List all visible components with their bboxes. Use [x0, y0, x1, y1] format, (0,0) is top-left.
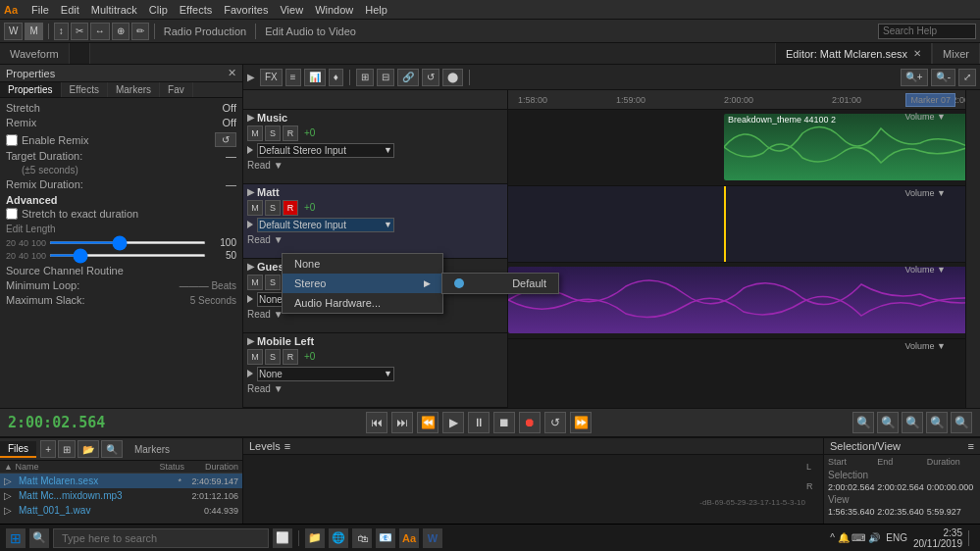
menu-favorites[interactable]: Favorites	[218, 2, 274, 18]
tab-multitrack[interactable]	[70, 43, 90, 64]
menu-help[interactable]: Help	[359, 2, 393, 18]
zoom-btn-4[interactable]: 🔍	[926, 412, 948, 433]
taskbar-audition-icon[interactable]: Aa	[399, 528, 419, 548]
props-tab-markers[interactable]: Markers	[108, 82, 160, 97]
zoom-btn-3[interactable]: 🔍	[902, 412, 923, 433]
music-solo[interactable]: S	[265, 125, 281, 141]
transport-fwd[interactable]: ⏩	[570, 412, 592, 433]
files-tab-files[interactable]: Files	[0, 441, 36, 458]
dd-default[interactable]: Default	[442, 274, 558, 293]
tab-mixer[interactable]: Mixer	[932, 43, 980, 64]
file-row-0[interactable]: ▷ Matt Mclaren.sesx * 2:40:59.147	[0, 474, 242, 488]
files-import-btn[interactable]: ⊞	[58, 440, 76, 458]
sel-menu-icon[interactable]: ≡	[968, 440, 974, 452]
properties-slider[interactable]	[49, 254, 206, 257]
enable-remix-btn[interactable]: ↺	[215, 132, 236, 147]
guest-mute[interactable]: M	[247, 275, 263, 290]
loop-btn[interactable]: ↺	[422, 69, 439, 86]
taskbar-store-icon[interactable]: 🛍	[352, 528, 372, 548]
transport-record[interactable]: ⏺	[519, 412, 541, 433]
start-icon[interactable]: ⊞	[6, 528, 26, 548]
menu-window[interactable]: Window	[309, 2, 359, 18]
guest-solo[interactable]: S	[265, 275, 281, 290]
matt-expand-tri[interactable]	[247, 221, 253, 228]
search-input[interactable]	[878, 24, 976, 39]
edit-length-slider[interactable]	[49, 241, 206, 244]
taskbar-search-input[interactable]	[53, 528, 269, 548]
dd-none[interactable]: None	[283, 254, 442, 274]
music-arm[interactable]: R	[283, 125, 298, 141]
chart-btn[interactable]: 📊	[304, 69, 326, 86]
zoom-out-btn[interactable]: 🔍-	[931, 69, 955, 86]
menu-file[interactable]: File	[26, 2, 55, 18]
music-expand[interactable]: ▶	[247, 112, 255, 123]
transport-pause[interactable]: ⏸	[468, 412, 490, 433]
matt-mute[interactable]: M	[247, 200, 263, 216]
props-tab-properties[interactable]: Properties	[0, 82, 62, 97]
fx-btn[interactable]: FX	[260, 69, 283, 86]
transport-stop[interactable]: ⏹	[493, 412, 515, 433]
waveform-clip-music[interactable]: Breakdown_theme 44100 2	[724, 114, 965, 180]
zoom-in-btn[interactable]: 🔍+	[901, 69, 928, 86]
paste-btn[interactable]: ⊟	[377, 69, 394, 86]
dd-audio-hw[interactable]: Audio Hardware...	[283, 293, 442, 313]
dd-stereo[interactable]: Stereo ▶ Default	[283, 274, 442, 293]
tool-btn-4[interactable]: ⊕	[112, 23, 129, 40]
mobile-solo[interactable]: S	[265, 349, 281, 365]
eq-btn[interactable]: ≡	[285, 69, 301, 86]
guest-expand[interactable]: ▶	[247, 261, 255, 272]
taskview-icon[interactable]: ⬜	[273, 528, 292, 548]
props-tab-fav[interactable]: Fav	[160, 82, 193, 97]
file-row-1[interactable]: ▷ Matt Mc...mixdown.mp3 2:01:12.106	[0, 488, 242, 503]
zoom-btn-5[interactable]: 🔍	[951, 412, 972, 433]
mobile-expand-tri[interactable]	[247, 370, 253, 377]
music-input-select[interactable]: Default Stereo Input ▼	[257, 143, 394, 158]
tool-btn-2[interactable]: ✂	[71, 23, 88, 40]
menu-edit[interactable]: Edit	[55, 2, 85, 18]
menu-view[interactable]: View	[274, 2, 309, 18]
fit-btn[interactable]: ⤢	[958, 69, 976, 86]
mobile-expand[interactable]: ▶	[247, 335, 255, 346]
tool-btn-1[interactable]: ↕	[54, 23, 69, 40]
files-tab-markers[interactable]: Markers	[127, 442, 178, 457]
copy-btn[interactable]: ⊞	[356, 69, 374, 86]
matt-solo[interactable]: S	[265, 200, 281, 216]
tab-properties[interactable]: Waveform	[0, 43, 70, 64]
music-mute[interactable]: M	[247, 125, 263, 141]
multitrack-btn[interactable]: M	[25, 23, 42, 40]
menu-clip[interactable]: Clip	[143, 2, 174, 18]
editor-close-icon[interactable]: ✕	[913, 48, 921, 59]
tool-btn-5[interactable]: ✏	[131, 23, 149, 40]
taskbar-mail-icon[interactable]: 📧	[376, 528, 395, 548]
menu-multitrack[interactable]: Multitrack	[85, 2, 143, 18]
rec-btn[interactable]: ⬤	[442, 69, 463, 86]
mobile-input-select[interactable]: None ▼	[257, 367, 394, 381]
taskbar-show-desktop[interactable]	[968, 530, 974, 546]
zoom-btn-1[interactable]: 🔍	[852, 412, 874, 433]
transport-rewind[interactable]: ⏮	[366, 412, 387, 433]
files-add-btn[interactable]: +	[40, 440, 56, 458]
tab-editor[interactable]: Editor: Matt Mclaren.sesx ✕	[775, 43, 932, 64]
transport-play[interactable]: ▶	[442, 412, 464, 433]
matt-arm[interactable]: R	[283, 200, 298, 216]
transport-loop[interactable]: ↺	[544, 412, 566, 433]
file-row-2[interactable]: ▷ Matt_001_1.wav 0:44.939	[0, 503, 242, 518]
files-search-btn[interactable]: 🔍	[101, 440, 123, 458]
tool-btn-3[interactable]: ↔	[90, 23, 110, 40]
levels-menu-icon[interactable]: ≡	[284, 440, 290, 452]
search-icon[interactable]: 🔍	[29, 528, 49, 548]
music-expand-tri[interactable]	[247, 146, 253, 154]
matt-expand[interactable]: ▶	[247, 186, 255, 197]
enable-remix-checkbox[interactable]	[6, 134, 18, 146]
menu-effects[interactable]: Effects	[174, 2, 218, 18]
taskbar-word-icon[interactable]: W	[423, 528, 442, 548]
transport-prev[interactable]: ⏭	[391, 412, 413, 433]
taskbar-file-icon[interactable]: 📁	[305, 528, 325, 548]
snap-btn[interactable]: 🔗	[397, 69, 419, 86]
mobile-arm[interactable]: R	[283, 349, 298, 365]
guest-expand-tri[interactable]	[247, 295, 253, 303]
key-btn[interactable]: ♦	[329, 69, 343, 86]
waveform-btn[interactable]: W	[4, 23, 23, 40]
props-tab-effects[interactable]: Effects	[62, 82, 108, 97]
files-open-btn[interactable]: 📂	[77, 440, 99, 458]
